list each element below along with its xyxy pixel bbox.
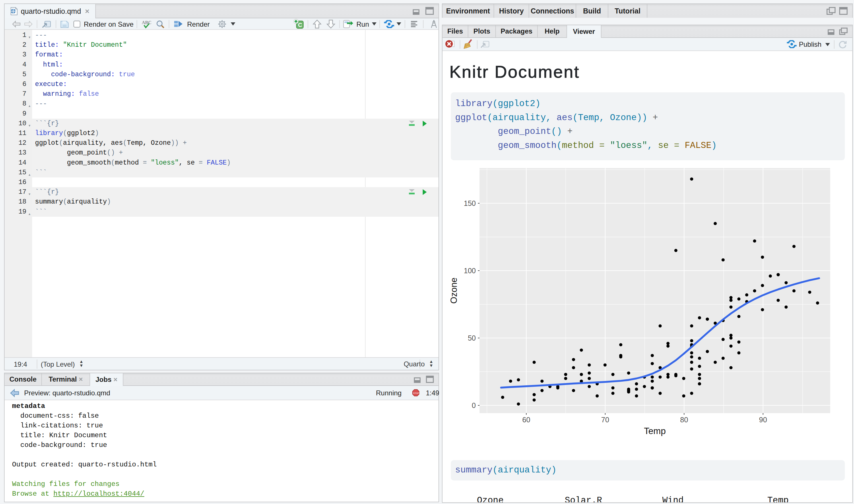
svg-text:50: 50 bbox=[468, 334, 476, 342]
svg-text:STOP: STOP bbox=[413, 392, 419, 395]
svg-text:C: C bbox=[298, 22, 302, 28]
svg-text:ABC: ABC bbox=[142, 20, 152, 25]
svg-text:90: 90 bbox=[759, 416, 767, 424]
svg-text:Temp: Temp bbox=[644, 426, 666, 436]
svg-text:Ozone: Ozone bbox=[449, 277, 459, 304]
svg-text:70: 70 bbox=[601, 416, 609, 424]
svg-text:60: 60 bbox=[522, 416, 530, 424]
svg-text:80: 80 bbox=[680, 416, 688, 424]
svg-text:150: 150 bbox=[464, 199, 476, 207]
svg-text:0: 0 bbox=[472, 401, 476, 409]
svg-text:100: 100 bbox=[464, 267, 476, 275]
